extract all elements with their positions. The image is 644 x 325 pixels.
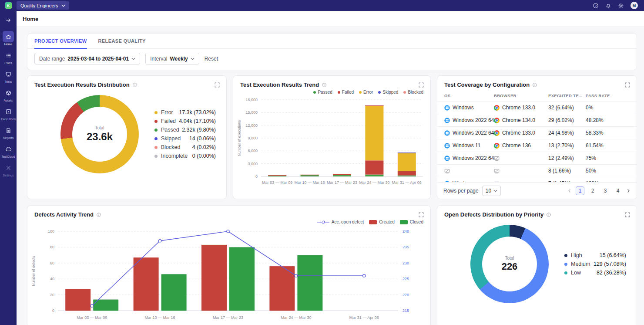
- expand-icon[interactable]: [624, 82, 631, 88]
- coverage-table-row[interactable]: Windows 2022 64bit 12 (2.49%) 75%: [437, 152, 637, 164]
- date-range-value: 2025-03-04 to 2025-04-01: [67, 56, 129, 62]
- sidebar-item-plans[interactable]: Plans: [0, 50, 17, 64]
- legend-value: 129 (57.08%): [594, 261, 626, 267]
- interval-filter[interactable]: Interval Weekly: [145, 53, 199, 64]
- help-icon[interactable]: ?: [593, 3, 599, 9]
- legend-label: Low: [571, 270, 581, 276]
- svg-text:Mar 03 — Mar 09: Mar 03 — Mar 09: [77, 315, 107, 320]
- legend-color-dot: [338, 91, 340, 94]
- info-icon[interactable]: [532, 82, 537, 88]
- donut-legend: Error 17.3k (73.02%) Failed 4.04k (17.10…: [154, 107, 216, 162]
- card-title: Test Execution Results Distribution: [34, 81, 130, 88]
- legend-item-blocked[interactable]: Blocked: [403, 90, 423, 95]
- sidebar-item-tests[interactable]: Tests: [0, 68, 17, 83]
- card-open-defects-by-priority: Open Defects Distribution by Priority To…: [437, 205, 637, 325]
- sidebar-item-executions[interactable]: Executions: [0, 106, 17, 121]
- executed-tests-cell: 32 (6.64%): [548, 105, 586, 111]
- legend-item-closed[interactable]: Closed: [400, 220, 423, 224]
- sidebar-item-testcloud[interactable]: TestCloud: [0, 143, 17, 158]
- os-cell: Windows 2022 64bit: [444, 155, 494, 161]
- column-header: BROWSER: [494, 93, 548, 98]
- donut-total-value: 226: [502, 261, 518, 272]
- legend-item-incomplete[interactable]: Incomplete 0 (0.00%): [154, 153, 216, 159]
- tab-project-overview[interactable]: PROJECT OVERVIEW: [34, 34, 87, 49]
- sidebar-item-label: Tests: [5, 80, 12, 83]
- svg-text:Mar 31 — Apr 06: Mar 31 — Apr 06: [392, 180, 422, 185]
- info-icon[interactable]: [322, 82, 327, 88]
- coverage-table-row[interactable]: Windows Chrome 133.0 32 (6.64%) 0%: [437, 101, 637, 114]
- legend-value: 17.3k (73.02%): [179, 109, 216, 115]
- legend-item-passed[interactable]: Passed 2.32k (9.80%): [154, 127, 216, 133]
- coverage-table-row[interactable]: Windows 2022 64bit Chrome 134.0 29 (6.02…: [437, 114, 637, 126]
- info-icon[interactable]: [546, 212, 551, 217]
- unknown-environment-icon: [444, 168, 450, 174]
- app-logo[interactable]: K: [0, 0, 17, 11]
- card-defects-activity-trend: Defects Activity Trend Acc. open defect …: [27, 205, 431, 325]
- sidebar-item-label: Executions: [1, 118, 16, 121]
- legend-label: Incomplete: [161, 153, 188, 159]
- coverage-table-footer: Rows per page 10 1 2 3 4: [437, 182, 637, 199]
- coverage-table-row[interactable]: 8 (1.66%) 50%: [437, 164, 637, 177]
- info-icon[interactable]: [96, 212, 101, 217]
- legend-color-swatch: [369, 220, 377, 224]
- coverage-table-row[interactable]: Windows 2022 64bit Chrome 133.0 24 (4.98…: [437, 126, 637, 139]
- legend-item-high[interactable]: High 15 (6.64%): [564, 252, 626, 258]
- legend-color-dot: [154, 155, 158, 158]
- page-number-3[interactable]: 3: [601, 186, 610, 195]
- executed-tests-cell: 24 (4.98%): [548, 130, 586, 136]
- legend-label: Passed: [161, 127, 179, 133]
- donut-chart-area: Total 23.6k Error 17.3k (73.02%) Failed …: [27, 88, 226, 173]
- page-number-1[interactable]: 1: [576, 186, 584, 195]
- legend-item-error[interactable]: Error: [359, 90, 373, 95]
- sidebar-item-home[interactable]: Home: [0, 31, 17, 46]
- next-page-icon[interactable]: [626, 189, 631, 193]
- rows-per-page-select[interactable]: 10: [482, 186, 501, 196]
- legend-item-low[interactable]: Low 82 (36.28%): [564, 270, 626, 276]
- coverage-table-row[interactable]: Windows 11 Chrome 136 13 (2.70%) 61.54%: [437, 139, 637, 152]
- notifications-bell-icon[interactable]: [605, 3, 611, 9]
- legend-item-blocked[interactable]: Blocked 4 (0.02%): [154, 144, 216, 150]
- tab-release-quality[interactable]: RELEASE QUALITY: [98, 34, 146, 49]
- pass-rate-cell: 58.33%: [586, 130, 630, 136]
- legend-item-failed[interactable]: Failed: [338, 90, 354, 95]
- svg-text:Number of executions: Number of executions: [237, 120, 242, 156]
- workspace-selector[interactable]: Quality Engineers: [17, 1, 69, 10]
- trend-chart-legend: Passed Failed Error Skipped Blocked: [233, 88, 430, 95]
- legend-item-passed[interactable]: Passed: [313, 90, 332, 95]
- donut-total-label: Total: [505, 256, 514, 261]
- legend-item-error[interactable]: Error 17.3k (73.02%): [154, 109, 216, 115]
- legend-item-failed[interactable]: Failed 4.04k (17.10%): [154, 118, 216, 124]
- gear-icon[interactable]: [618, 3, 624, 9]
- legend-item-skipped[interactable]: Skipped 14 (0.06%): [154, 135, 216, 142]
- legend-item-acc-open-defect[interactable]: Acc. open defect: [317, 220, 364, 224]
- legend-item-medium[interactable]: Medium 129 (57.08%): [564, 261, 626, 267]
- legend-item-created[interactable]: Created: [369, 220, 395, 224]
- sidebar-item-assets[interactable]: Assets: [0, 87, 17, 102]
- sidebar-item-reports[interactable]: Reports: [0, 125, 17, 139]
- page-number-4[interactable]: 4: [614, 186, 622, 195]
- sidebar: Home Plans Tests Assets Executions Repor…: [0, 11, 17, 325]
- info-icon[interactable]: [132, 82, 138, 88]
- pass-rate-cell: 50%: [586, 168, 630, 174]
- legend-item-skipped[interactable]: Skipped: [378, 90, 398, 95]
- legend-value: 2.32k (9.80%): [182, 127, 216, 133]
- expand-icon[interactable]: [418, 212, 424, 218]
- sidebar-item-settings[interactable]: Settings: [0, 162, 17, 177]
- coverage-table-row[interactable]: Windows 7 (1.45%) 100%: [437, 177, 637, 182]
- expand-icon[interactable]: [418, 82, 424, 88]
- coverage-table-body: Windows Chrome 133.0 32 (6.64%) 0% Windo…: [437, 101, 637, 182]
- svg-text:215: 215: [402, 308, 409, 313]
- date-range-filter[interactable]: Date range 2025-03-04 to 2025-04-01: [34, 53, 140, 64]
- tests-icon: [3, 68, 14, 80]
- sidebar-collapse-button[interactable]: [5, 14, 12, 26]
- windows-icon: [444, 118, 450, 123]
- expand-icon[interactable]: [214, 82, 220, 88]
- previous-page-icon[interactable]: [567, 189, 572, 193]
- page-number-2[interactable]: 2: [588, 186, 597, 195]
- user-avatar[interactable]: M: [631, 2, 638, 9]
- home-icon: [3, 31, 14, 42]
- svg-text:?: ?: [595, 4, 597, 7]
- expand-icon[interactable]: [624, 212, 631, 218]
- reset-filters-button[interactable]: Reset: [205, 56, 218, 62]
- unknown-environment-icon: [494, 156, 500, 161]
